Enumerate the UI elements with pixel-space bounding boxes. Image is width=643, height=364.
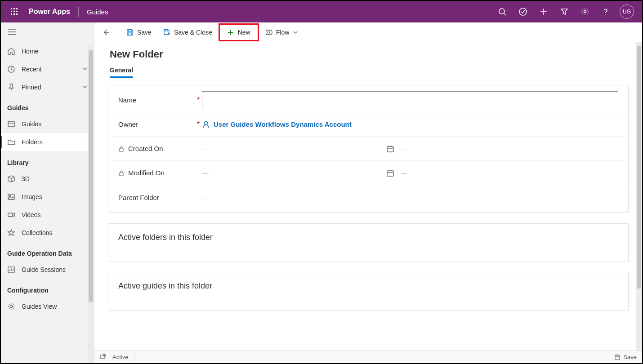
search-icon xyxy=(498,8,506,16)
lock-icon xyxy=(118,146,125,152)
pin-icon xyxy=(7,83,15,91)
sidebar-label: Pinned xyxy=(22,84,41,91)
add-button[interactable] xyxy=(533,1,554,22)
sidebar-section-guides: Guides xyxy=(1,96,94,115)
sidebar-item-pinned[interactable]: Pinned xyxy=(1,78,94,96)
app-name-label[interactable]: Guides xyxy=(81,8,114,16)
svg-point-35 xyxy=(205,121,208,124)
popout-icon xyxy=(100,353,106,360)
sidebar-label: Folders xyxy=(22,138,43,146)
modified-date-value: --- xyxy=(202,169,382,177)
sidebar-label: Guides View xyxy=(22,303,57,310)
toolbar-divider xyxy=(118,27,118,38)
brand-label: Power Apps xyxy=(23,8,76,16)
name-input[interactable] xyxy=(202,91,618,109)
scrollbar-thumb[interactable] xyxy=(89,50,93,302)
lock-icon xyxy=(118,170,125,176)
sidebar-label: Videos xyxy=(22,211,41,218)
task-button[interactable] xyxy=(513,1,533,22)
field-parent-folder: Parent Folder --- xyxy=(108,185,628,209)
required-indicator: * xyxy=(195,96,202,104)
new-button[interactable]: New xyxy=(219,23,259,41)
status-text: Active xyxy=(112,354,128,360)
gear-icon xyxy=(581,8,589,16)
user-avatar[interactable]: UG xyxy=(620,4,634,19)
save-button[interactable]: Save xyxy=(121,24,157,40)
svg-rect-42 xyxy=(387,171,393,176)
back-button[interactable] xyxy=(97,22,115,42)
sidebar-item-guides-view[interactable]: Guides View xyxy=(1,297,94,315)
svg-rect-30 xyxy=(129,30,131,31)
tab-general[interactable]: General xyxy=(110,67,133,78)
filter-button[interactable] xyxy=(554,1,575,22)
flow-button[interactable]: Flow xyxy=(260,24,304,40)
sidebar-scrollbar[interactable] xyxy=(88,44,94,363)
sidebar-section-opdata: Guide Operation Data xyxy=(1,242,94,261)
label-text: Parent Folder xyxy=(118,194,159,201)
sidebar-section-config: Configuration xyxy=(1,279,94,297)
sidebar-label: Recent xyxy=(22,66,41,73)
video-icon xyxy=(7,211,15,219)
sidebar-label: Home xyxy=(22,48,38,55)
popout-button[interactable] xyxy=(100,353,106,361)
sidebar-item-images[interactable]: Images xyxy=(1,188,94,206)
field-name: Name * xyxy=(108,88,628,112)
sidebar-label: Guides xyxy=(22,120,41,128)
button-label: Flow xyxy=(276,29,290,36)
command-bar: Save Save & Close New Flow xyxy=(94,22,642,42)
button-label: Save xyxy=(137,29,152,36)
app-launcher-button[interactable] xyxy=(5,1,23,22)
search-button[interactable] xyxy=(492,1,513,22)
sidebar-item-home[interactable]: Home xyxy=(1,42,94,60)
svg-point-23 xyxy=(9,195,11,197)
button-label: Save & Close xyxy=(174,29,212,36)
star-icon xyxy=(7,229,15,237)
sidebar-item-recent[interactable]: Recent xyxy=(1,60,94,78)
page-scrollbar[interactable] xyxy=(636,42,642,351)
settings-button[interactable] xyxy=(575,1,595,22)
hamburger-icon xyxy=(8,29,16,35)
owner-lookup[interactable]: User Guides Workflows Dynamics Account xyxy=(202,120,352,129)
section-title: Active folders in this folder xyxy=(118,233,618,242)
save-close-icon xyxy=(163,29,170,36)
created-time-value: --- xyxy=(401,145,407,152)
required-indicator: * xyxy=(195,120,202,129)
sidebar-item-folders[interactable]: Folders xyxy=(1,133,94,151)
svg-rect-47 xyxy=(616,355,618,356)
svg-rect-37 xyxy=(387,146,393,152)
avatar-initials: UG xyxy=(623,9,631,15)
arrow-left-icon xyxy=(102,28,110,36)
funnel-icon xyxy=(560,8,568,16)
owner-value: User Guides Workflows Dynamics Account xyxy=(214,120,352,128)
section-active-guides: Active guides in this folder xyxy=(108,272,629,311)
save-close-button[interactable]: Save & Close xyxy=(158,24,218,40)
global-header: Power Apps Guides UG xyxy=(1,1,642,22)
clock-icon xyxy=(7,65,15,73)
section-active-folders: Active folders in this folder xyxy=(108,223,629,262)
svg-rect-7 xyxy=(13,13,15,15)
footer-save-button[interactable]: Save xyxy=(614,354,637,360)
sidebar-item-3d[interactable]: 3D xyxy=(1,170,94,188)
calendar-icon xyxy=(386,145,394,153)
svg-rect-4 xyxy=(13,11,15,12)
calendar-icon xyxy=(386,169,394,177)
sidebar-item-collections[interactable]: Collections xyxy=(1,224,94,242)
save-disk-icon xyxy=(126,29,134,36)
help-button[interactable] xyxy=(595,1,616,22)
field-created-on: Created On --- --- xyxy=(108,137,628,161)
plus-icon xyxy=(540,8,548,16)
parent-folder-value[interactable]: --- xyxy=(202,194,209,201)
plus-icon xyxy=(227,29,234,36)
sidebar-item-guide-sessions[interactable]: Guide Sessions xyxy=(1,261,94,279)
scrollbar-thumb[interactable] xyxy=(637,46,641,289)
sidebar-toggle-button[interactable] xyxy=(8,29,16,36)
svg-rect-2 xyxy=(16,8,18,9)
sidebar-item-guides[interactable]: Guides xyxy=(1,115,94,133)
svg-rect-41 xyxy=(120,173,123,176)
svg-point-11 xyxy=(519,8,527,15)
svg-rect-24 xyxy=(8,213,13,217)
svg-line-10 xyxy=(504,13,506,15)
sidebar-item-videos[interactable]: Videos xyxy=(1,206,94,224)
section-title: Active guides in this folder xyxy=(118,281,618,291)
home-icon xyxy=(7,47,15,55)
